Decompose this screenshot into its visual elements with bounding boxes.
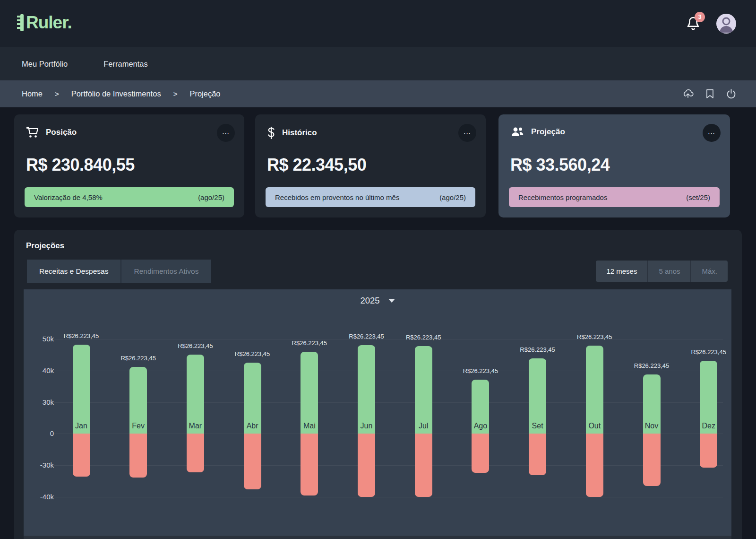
card-projecao: Projeção ... R$ 33.560,24 Recebimentos p… xyxy=(498,114,730,217)
x-axis-month-label: Abr xyxy=(219,422,285,430)
logo-text: Ruler. xyxy=(26,13,72,33)
range-5-anos[interactable]: 5 anos xyxy=(647,261,690,282)
card-title: Posição xyxy=(46,128,77,137)
bar-value-label: R$26.223,45 xyxy=(276,339,343,347)
bar-value-label: R$26.223,45 xyxy=(619,362,685,369)
x-axis-month-label: Out xyxy=(561,422,627,430)
bookmark-icon[interactable] xyxy=(706,89,714,99)
projections-tabs: Receitas e Despesas Rendimentos Ativos xyxy=(27,260,211,283)
y-axis-tick-label: -30k xyxy=(30,461,54,469)
tab-receitas-e-despesas[interactable]: Receitas e Despesas xyxy=(27,260,120,283)
x-axis-month-label: Fev xyxy=(105,422,172,430)
bar-expense-mar[interactable] xyxy=(187,434,204,472)
range-max[interactable]: Máx. xyxy=(690,261,728,282)
x-axis-month-label: Jan xyxy=(48,422,114,430)
x-axis-month-label: Ago xyxy=(447,422,514,430)
gridline xyxy=(54,465,723,466)
bar-value-label: R$26.223,45 xyxy=(105,355,172,362)
bar-value-label: R$26.223,45 xyxy=(561,333,627,340)
bar-value-label: R$26.223,45 xyxy=(505,346,571,353)
bar-income-out[interactable] xyxy=(586,346,603,434)
y-axis-tick-label: 0 xyxy=(30,429,54,437)
main-nav: Meu Portfólio Ferramentas xyxy=(0,47,756,80)
bar-expense-jun[interactable] xyxy=(358,434,375,497)
x-axis-month-label: Jul xyxy=(390,422,456,430)
bar-value-label: R$26.223,45 xyxy=(390,334,456,341)
bar-expense-out[interactable] xyxy=(586,434,603,497)
gridline xyxy=(54,497,723,497)
cloud-upload-icon[interactable] xyxy=(682,89,694,99)
bar-expense-dez[interactable] xyxy=(700,434,717,467)
badge-text: Recebidos em proventos no último mês xyxy=(275,193,399,201)
nav-item-ferramentas[interactable]: Ferramentas xyxy=(103,60,148,69)
dollar-icon xyxy=(267,127,275,139)
card-menu-button[interactable]: ... xyxy=(458,124,476,142)
bar-income-jun[interactable] xyxy=(358,345,375,434)
breadcrumb-home[interactable]: Home xyxy=(22,89,43,98)
status-badge: Valorização de 4,58% (ago/25) xyxy=(25,187,234,207)
range-12-meses[interactable]: 12 meses xyxy=(596,261,647,282)
tab-rendimentos-ativos[interactable]: Rendimentos Ativos xyxy=(120,260,211,283)
badge-period: (set/25) xyxy=(686,193,710,201)
year-dropdown[interactable]: 2025 xyxy=(24,296,731,306)
bar-expense-fev[interactable] xyxy=(129,434,147,478)
person-icon xyxy=(716,14,736,34)
y-axis-tick-label: -40k xyxy=(30,493,54,501)
gridline xyxy=(54,434,723,434)
bar-expense-set[interactable] xyxy=(529,434,546,475)
card-value: R$ 22.345,50 xyxy=(267,155,366,175)
projections-title: Projeções xyxy=(26,241,64,251)
notifications-button[interactable]: 3 xyxy=(686,16,700,32)
bar-value-label: R$26.223,45 xyxy=(334,333,400,340)
card-posicao: Posição ... R$ 230.840,55 Valorização de… xyxy=(14,114,244,217)
bar-expense-jan[interactable] xyxy=(73,434,90,477)
gridline xyxy=(54,402,723,403)
people-icon xyxy=(511,127,524,137)
power-icon[interactable] xyxy=(726,89,736,99)
range-selector: 12 meses 5 anos Máx. xyxy=(596,261,728,282)
card-title: Histórico xyxy=(282,128,317,138)
chevron-down-icon xyxy=(388,299,395,303)
breadcrumb-projecao[interactable]: Projeção xyxy=(189,89,220,98)
card-title: Projeção xyxy=(531,127,565,137)
status-badge: Recebidos em proventos no último mês (ag… xyxy=(266,187,475,207)
badge-period: (ago/25) xyxy=(198,193,224,201)
x-axis-month-label: Mar xyxy=(162,422,228,430)
bar-income-mai[interactable] xyxy=(301,352,318,434)
chart-footer-strip xyxy=(24,536,731,539)
nav-item-meu-portfolio[interactable]: Meu Portfólio xyxy=(22,60,68,69)
user-avatar[interactable] xyxy=(716,14,736,34)
card-value: R$ 230.840,55 xyxy=(26,155,135,175)
status-badge: Recebimentos programados (set/25) xyxy=(509,187,720,207)
bar-expense-nov[interactable] xyxy=(643,434,661,486)
badge-text: Recebimentos programados xyxy=(518,193,607,201)
app-logo: Ruler. xyxy=(17,12,72,33)
bar-expense-abr[interactable] xyxy=(244,434,261,489)
x-axis-month-label: Mai xyxy=(276,422,343,430)
badge-text: Valorização de 4,58% xyxy=(34,193,103,201)
x-axis-month-label: Jun xyxy=(334,422,400,430)
breadcrumb-portfolio[interactable]: Portfólio de Investimentos xyxy=(71,89,161,98)
notification-count-badge: 3 xyxy=(695,12,705,22)
bar-expense-ago[interactable] xyxy=(472,434,489,473)
card-historico: Histórico ... R$ 22.345,50 Recebidos em … xyxy=(255,114,486,217)
bar-income-jul[interactable] xyxy=(415,346,432,434)
bar-value-label: R$26.223,45 xyxy=(676,348,731,356)
breadcrumb: Home > Portfólio de Investimentos > Proj… xyxy=(0,80,756,107)
bar-expense-jul[interactable] xyxy=(415,434,432,497)
card-menu-button[interactable]: ... xyxy=(217,124,235,142)
projection-chart: 2025 50k40k30k0-30k-40kR$26.223,45JanR$2… xyxy=(24,289,731,536)
chevron-right-icon: > xyxy=(55,90,59,98)
gridline xyxy=(54,371,723,371)
y-axis-tick-label: 30k xyxy=(30,398,54,406)
bar-expense-mai[interactable] xyxy=(301,434,318,496)
bar-value-label: R$26.223,45 xyxy=(162,342,228,349)
badge-period: (ago/25) xyxy=(439,193,466,201)
x-axis-month-label: Dez xyxy=(676,422,731,430)
chevron-right-icon: > xyxy=(173,90,178,98)
app-header: Ruler. 3 xyxy=(0,0,756,47)
card-menu-button[interactable]: ... xyxy=(703,124,721,142)
year-label: 2025 xyxy=(360,296,379,306)
ruler-icon xyxy=(17,12,25,33)
bar-income-jan[interactable] xyxy=(73,345,90,434)
